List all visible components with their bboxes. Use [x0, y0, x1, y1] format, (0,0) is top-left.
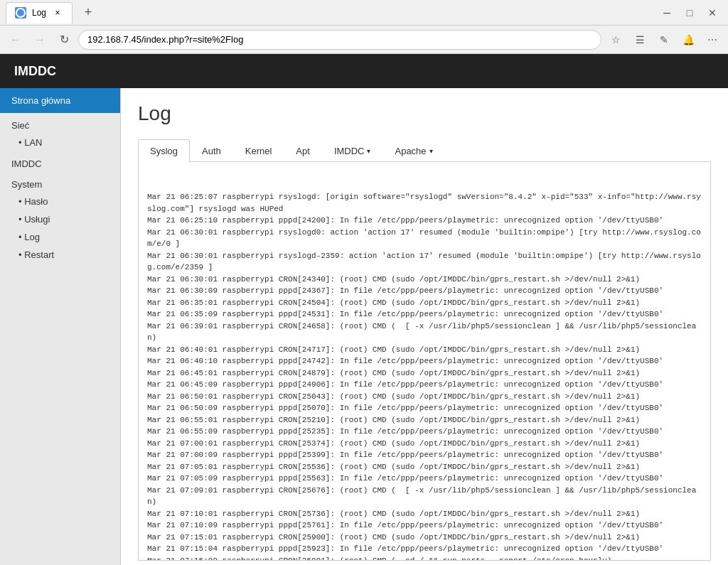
- log-line: Mar 21 06:40:10 raspberrypi pppd[24742]:…: [147, 355, 702, 367]
- tab-auth[interactable]: Auth: [190, 139, 233, 162]
- tab-dropdown-arrow-apache[interactable]: ▾: [429, 147, 433, 155]
- tab-apt[interactable]: Apt: [284, 139, 322, 162]
- bookmarks-icon[interactable]: ☆: [606, 30, 626, 50]
- maximize-button[interactable]: □: [680, 3, 700, 23]
- tabs-bar: SyslogAuthKernelAptIMDDC▾Apache▾: [138, 139, 711, 162]
- browser-titlebar: Log × + – □ ✕: [0, 0, 728, 26]
- close-window-button[interactable]: ✕: [702, 3, 722, 23]
- log-line: Mar 21 07:00:09 raspberrypi pppd[25399]:…: [147, 449, 702, 461]
- log-line: Mar 21 06:55:09 raspberrypi pppd[25235]:…: [147, 426, 702, 438]
- sidebar-item-restart[interactable]: Restart: [0, 246, 120, 264]
- new-tab-button[interactable]: +: [78, 3, 98, 23]
- log-line: Mar 21 07:10:09 raspberrypi pppd[25761]:…: [147, 520, 702, 532]
- sidebar-section-system: System: [0, 172, 120, 193]
- log-line: Mar 21 06:40:01 raspberrypi CRON[24717]:…: [147, 344, 702, 356]
- log-line: Mar 21 07:05:09 raspberrypi pppd[25563]:…: [147, 473, 702, 485]
- log-line: Mar 21 06:25:07 raspberrypi rsyslogd: [o…: [147, 191, 702, 215]
- address-bar[interactable]: [78, 30, 601, 50]
- log-line: Mar 21 06:30:01 raspberrypi rsyslogd0: a…: [147, 227, 702, 250]
- log-line: Mar 21 07:00:01 raspberrypi CRON[25374]:…: [147, 438, 702, 450]
- edit-icon[interactable]: ✎: [654, 30, 674, 50]
- menu-icon[interactable]: ⋯: [702, 30, 722, 50]
- log-line: Mar 21 07:09:01 raspberrypi CRON[25676]:…: [147, 485, 702, 508]
- tab-title: Log: [32, 8, 46, 18]
- sidebar-section-imddc: IMDDC: [0, 151, 120, 172]
- app-body: Strona główna Sieć LAN IMDDC System Hasł…: [0, 88, 728, 565]
- log-line: Mar 21 07:10:01 raspberrypi CRON[25736]:…: [147, 508, 702, 520]
- tab-apache[interactable]: Apache▾: [382, 139, 444, 162]
- page-title: Log: [138, 102, 711, 125]
- log-line: Mar 21 06:35:01 raspberrypi CRON[24504]:…: [147, 297, 702, 309]
- app-header: IMDDC: [0, 54, 728, 88]
- notifications-icon[interactable]: 🔔: [678, 30, 698, 50]
- sidebar-item-lan[interactable]: LAN: [0, 134, 120, 151]
- tab-favicon-icon: [15, 7, 26, 18]
- tab-imddc[interactable]: IMDDC▾: [322, 139, 383, 162]
- sidebar-item-uslugi[interactable]: Usługi: [0, 210, 120, 228]
- log-line: Mar 21 06:25:10 raspberrypi pppd[24200]:…: [147, 215, 702, 227]
- forward-button[interactable]: →: [30, 30, 50, 50]
- sidebar-toggle-icon[interactable]: ☰: [630, 30, 650, 50]
- log-line: Mar 21 07:15:09 raspberrypi CRON[25991]:…: [147, 555, 702, 561]
- tab-close-button[interactable]: ×: [52, 7, 63, 18]
- log-line: Mar 21 07:05:01 raspberrypi CRON[25536]:…: [147, 461, 702, 473]
- log-line: Mar 21 06:39:01 raspberrypi CRON[24658]:…: [147, 321, 702, 344]
- browser-toolbar: ← → ↻ ☆ ☰ ✎ 🔔 ⋯: [0, 26, 728, 54]
- log-line: Mar 21 06:50:01 raspberrypi CRON[25043]:…: [147, 391, 702, 403]
- main-content: Log SyslogAuthKernelAptIMDDC▾Apache▾ Mar…: [121, 88, 728, 565]
- sidebar-section-siec: Sieć: [0, 113, 120, 134]
- log-line: Mar 21 06:45:01 raspberrypi CRON[24879]:…: [147, 367, 702, 380]
- back-button[interactable]: ←: [6, 30, 26, 50]
- browser-tab[interactable]: Log ×: [6, 2, 73, 23]
- log-line: Mar 21 07:15:04 raspberrypi pppd[25923]:…: [147, 543, 702, 555]
- log-line: Mar 21 06:30:01 raspberrypi CRON[24340]:…: [147, 274, 702, 286]
- sidebar-item-haslo[interactable]: Hasło: [0, 193, 120, 210]
- refresh-button[interactable]: ↻: [54, 30, 74, 50]
- log-line: Mar 21 06:35:09 raspberrypi pppd[24531]:…: [147, 308, 702, 321]
- log-line: Mar 21 06:50:09 raspberrypi pppd[25070]:…: [147, 402, 702, 414]
- sidebar: Strona główna Sieć LAN IMDDC System Hasł…: [0, 88, 121, 565]
- minimize-button[interactable]: –: [657, 3, 677, 23]
- tab-dropdown-arrow-imddc[interactable]: ▾: [367, 147, 370, 155]
- log-container[interactable]: Mar 21 06:25:07 raspberrypi rsyslogd: [o…: [138, 162, 711, 561]
- log-line: Mar 21 07:15:01 raspberrypi CRON[25900]:…: [147, 532, 702, 544]
- tab-kernel[interactable]: Kernel: [233, 139, 284, 162]
- tab-syslog[interactable]: Syslog: [138, 139, 190, 162]
- log-line: Mar 21 06:45:09 raspberrypi pppd[24906]:…: [147, 379, 702, 391]
- log-line: Mar 21 06:30:09 raspberrypi pppd[24367]:…: [147, 285, 702, 297]
- sidebar-item-strona-glowna[interactable]: Strona główna: [0, 88, 120, 113]
- log-line: Mar 21 06:30:01 raspberrypi rsyslogd-235…: [147, 250, 702, 274]
- log-line: Mar 21 06:55:01 raspberrypi CRON[25210]:…: [147, 414, 702, 426]
- sidebar-item-log[interactable]: Log: [0, 228, 120, 246]
- app-title: IMDDC: [14, 64, 56, 79]
